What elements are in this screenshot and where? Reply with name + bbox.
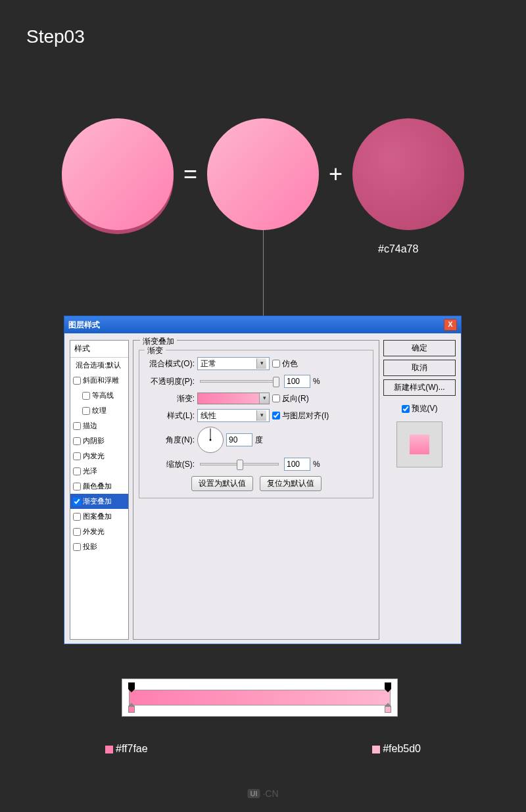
checkbox-inner-shadow[interactable] [73, 437, 81, 445]
checkbox-gradient-overlay[interactable] [73, 498, 81, 506]
label-color-overlay: 颜色叠加 [83, 481, 112, 491]
style-item-stroke[interactable]: 描边 [70, 418, 128, 433]
row-opacity: 不透明度(P): % [145, 375, 368, 388]
label-contour: 等高线 [92, 391, 114, 400]
label-outer-glow: 外发光 [83, 527, 105, 537]
circle3-hex-label: #c74a78 [378, 243, 418, 255]
gradient-bar[interactable] [129, 690, 391, 705]
dialog-title: 图层样式 [68, 320, 100, 331]
input-opacity[interactable] [284, 375, 310, 388]
checkbox-contour[interactable] [82, 392, 90, 400]
opacity-stop-right[interactable] [385, 682, 391, 689]
row-gradient: 渐变: ▾ 反向(R) [145, 393, 368, 404]
row-blend-mode: 混合模式(O): 正常▾ 仿色 [145, 357, 368, 370]
style-item-bevel[interactable]: 斜面和浮雕 [70, 373, 128, 388]
chevron-down-icon: ▾ [256, 358, 266, 369]
step-title: Step03 [26, 26, 85, 47]
style-item-inner-glow[interactable]: 内发光 [70, 448, 128, 464]
color-stop-left[interactable] [128, 706, 135, 713]
styles-header[interactable]: 样式 [70, 341, 128, 358]
label-reverse: 反向(R) [282, 393, 309, 404]
checkbox-dither[interactable] [272, 360, 280, 368]
slider-thumb-opacity[interactable] [273, 377, 279, 387]
hex-right-text: #feb5d0 [383, 743, 421, 754]
style-item-color-overlay[interactable]: 颜色叠加 [70, 479, 128, 494]
hex-right: #feb5d0 [372, 743, 421, 755]
reset-default-button[interactable]: 复位为默认值 [260, 476, 322, 491]
label-texture: 纹理 [92, 406, 107, 416]
style-item-drop-shadow[interactable]: 投影 [70, 539, 128, 554]
blend-options-item[interactable]: 混合选项:默认 [70, 358, 128, 373]
style-item-texture[interactable]: 纹理 [70, 403, 128, 418]
slider-thumb-scale[interactable] [237, 460, 243, 470]
gradient-circle [207, 118, 319, 230]
swatch-left [105, 746, 113, 753]
settings-panel: 渐变叠加 渐变 混合模式(O): 正常▾ 仿色 不透明度(P): % 渐变: ▾ [133, 340, 379, 640]
checkbox-align[interactable] [272, 412, 280, 419]
combo-style[interactable]: 线性▾ [197, 409, 270, 422]
chevron-down-icon[interactable]: ▾ [259, 393, 269, 404]
checkbox-texture[interactable] [82, 407, 90, 415]
checkbox-color-overlay[interactable] [73, 483, 81, 490]
preview-swatch [410, 435, 429, 454]
label-satin: 光泽 [83, 466, 97, 476]
dialog-body: 样式 混合选项:默认 斜面和浮雕 等高线 纹理 描边 内阴影 内发光 光泽 颜色… [64, 333, 461, 644]
opacity-stop-left[interactable] [128, 682, 135, 689]
ok-button[interactable]: 确定 [383, 340, 456, 356]
styles-list-panel: 样式 混合选项:默认 斜面和浮雕 等高线 纹理 描边 内阴影 内发光 光泽 颜色… [70, 340, 129, 640]
color-stop-right[interactable] [385, 706, 391, 713]
style-item-satin[interactable]: 光泽 [70, 464, 128, 479]
checkbox-reverse[interactable] [272, 394, 280, 402]
style-item-outer-glow[interactable]: 外发光 [70, 524, 128, 539]
label-preview: 预览(V) [412, 403, 438, 414]
watermark-badge: UI [247, 789, 260, 798]
checkbox-outer-glow[interactable] [73, 528, 81, 536]
swatch-right [372, 746, 380, 753]
checkbox-preview[interactable] [402, 405, 410, 413]
angle-dial[interactable] [197, 427, 224, 453]
style-item-inner-shadow[interactable]: 内阴影 [70, 433, 128, 448]
align-checkbox-wrap[interactable]: 与图层对齐(I) [272, 410, 329, 421]
label-inner-shadow: 内阴影 [83, 436, 105, 446]
label-angle: 角度(N): [145, 435, 195, 446]
watermark-suffix: ·CN [262, 788, 278, 799]
chevron-down-icon: ▾ [256, 410, 266, 421]
combo-blend-mode[interactable]: 正常▾ [197, 357, 270, 370]
new-style-button[interactable]: 新建样式(W)... [383, 379, 456, 396]
hex-left-text: #ff7fae [116, 743, 148, 754]
set-default-button[interactable]: 设置为默认值 [191, 476, 253, 491]
preview-checkbox-wrap[interactable]: 预览(V) [383, 403, 456, 414]
label-align: 与图层对齐(I) [282, 410, 329, 421]
layer-style-dialog: 图层样式 X 样式 混合选项:默认 斜面和浮雕 等高线 纹理 描边 内阴影 内发… [64, 316, 462, 644]
input-angle[interactable] [226, 433, 252, 446]
reverse-checkbox-wrap[interactable]: 反向(R) [272, 393, 309, 404]
checkbox-drop-shadow[interactable] [73, 543, 81, 551]
checkbox-inner-glow[interactable] [73, 452, 81, 460]
checkbox-stroke[interactable] [73, 422, 81, 430]
style-item-pattern-overlay[interactable]: 图案叠加 [70, 509, 128, 524]
label-pattern-overlay: 图案叠加 [83, 512, 112, 521]
style-item-gradient-overlay[interactable]: 渐变叠加 [70, 494, 128, 509]
cancel-button[interactable]: 取消 [383, 360, 456, 376]
dialog-titlebar[interactable]: 图层样式 X [64, 316, 461, 333]
fieldset-legend: 渐变 [145, 345, 166, 356]
label-gradient: 渐变: [145, 393, 195, 404]
slider-opacity[interactable] [200, 380, 279, 383]
label-style: 样式(L): [145, 410, 195, 421]
label-opacity: 不透明度(P): [145, 376, 195, 387]
checkbox-pattern-overlay[interactable] [73, 513, 81, 521]
input-scale[interactable] [284, 458, 310, 471]
connector-line [263, 230, 264, 316]
gradient-picker[interactable]: ▾ [197, 393, 270, 404]
equals-operator: = [183, 160, 197, 188]
slider-scale[interactable] [200, 463, 279, 466]
row-scale: 缩放(S): % [145, 458, 368, 471]
label-inner-glow: 内发光 [83, 451, 105, 461]
style-item-contour[interactable]: 等高线 [70, 388, 128, 403]
label-dither: 仿色 [282, 358, 298, 370]
checkbox-bevel[interactable] [73, 377, 81, 385]
dither-checkbox-wrap[interactable]: 仿色 [272, 358, 298, 370]
checkbox-satin[interactable] [73, 467, 81, 475]
circles-row: = + [0, 118, 526, 230]
close-button[interactable]: X [444, 319, 457, 331]
